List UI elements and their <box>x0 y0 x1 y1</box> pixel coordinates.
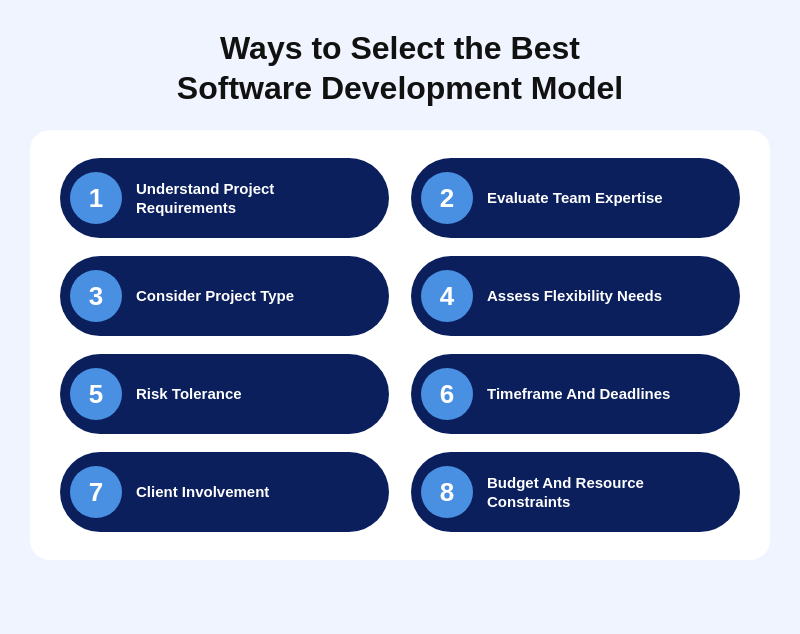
number-circle-3: 3 <box>70 270 122 322</box>
item-label-4: Assess Flexibility Needs <box>487 286 662 306</box>
number-circle-5: 5 <box>70 368 122 420</box>
list-item-6: 6Timeframe And Deadlines <box>411 354 740 434</box>
item-label-1: Understand Project Requirements <box>136 179 371 218</box>
item-label-2: Evaluate Team Expertise <box>487 188 663 208</box>
title-line1: Ways to Select the Best <box>220 30 580 66</box>
list-item-2: 2Evaluate Team Expertise <box>411 158 740 238</box>
number-circle-8: 8 <box>421 466 473 518</box>
number-circle-7: 7 <box>70 466 122 518</box>
title-line2: Software Development Model <box>177 70 623 106</box>
list-item-1: 1Understand Project Requirements <box>60 158 389 238</box>
page-title: Ways to Select the Best Software Develop… <box>177 28 623 108</box>
number-circle-6: 6 <box>421 368 473 420</box>
item-label-3: Consider Project Type <box>136 286 294 306</box>
item-label-6: Timeframe And Deadlines <box>487 384 670 404</box>
number-circle-4: 4 <box>421 270 473 322</box>
item-label-7: Client Involvement <box>136 482 269 502</box>
item-label-5: Risk Tolerance <box>136 384 242 404</box>
number-circle-1: 1 <box>70 172 122 224</box>
items-card: 1Understand Project Requirements2Evaluat… <box>30 130 770 560</box>
item-label-8: Budget And Resource Constraints <box>487 473 722 512</box>
list-item-8: 8Budget And Resource Constraints <box>411 452 740 532</box>
list-item-7: 7Client Involvement <box>60 452 389 532</box>
list-item-3: 3Consider Project Type <box>60 256 389 336</box>
list-item-5: 5Risk Tolerance <box>60 354 389 434</box>
list-item-4: 4Assess Flexibility Needs <box>411 256 740 336</box>
number-circle-2: 2 <box>421 172 473 224</box>
